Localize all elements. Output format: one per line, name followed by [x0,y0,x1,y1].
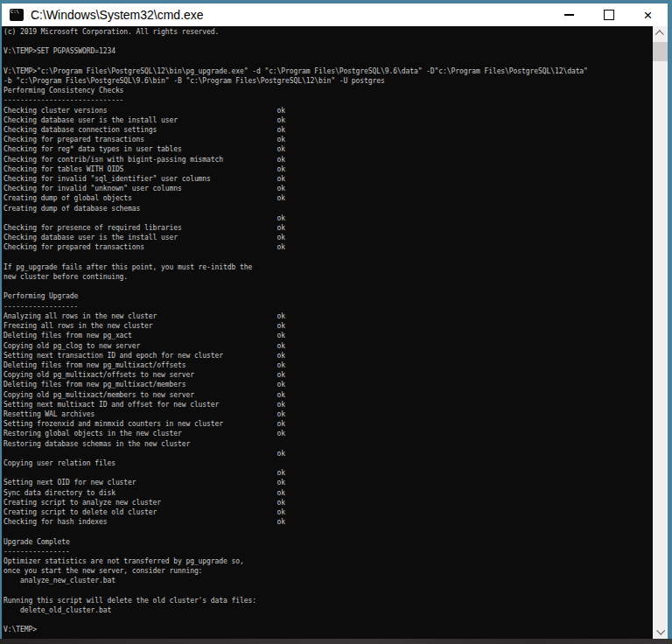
titlebar[interactable]: C:\ C:\Windows\System32\cmd.exe × [2,4,668,26]
chevron-up-icon [655,30,664,38]
cmd-window: C:\ C:\Windows\System32\cmd.exe × (c) 20… [0,0,672,644]
close-button[interactable]: × [628,4,668,26]
close-icon: × [644,8,653,23]
cmd-icon-label: C:\ [10,9,19,15]
vertical-scrollbar[interactable] [653,26,668,639]
minimize-icon [564,14,574,16]
window-title: C:\Windows\System32\cmd.exe [31,8,204,22]
scroll-up-button[interactable] [653,26,668,41]
scroll-down-button[interactable] [653,624,668,639]
scrollbar-thumb[interactable] [653,42,668,61]
console-output[interactable]: (c) 2019 Microsoft Corporation. All righ… [2,26,653,639]
maximize-icon [604,10,614,20]
cmd-icon: C:\ [10,9,24,21]
console-area: (c) 2019 Microsoft Corporation. All righ… [2,26,668,639]
maximize-button[interactable] [589,4,628,26]
minimize-button[interactable] [550,4,589,26]
window-bottom-edge [0,639,672,644]
chevron-down-icon [656,626,665,635]
